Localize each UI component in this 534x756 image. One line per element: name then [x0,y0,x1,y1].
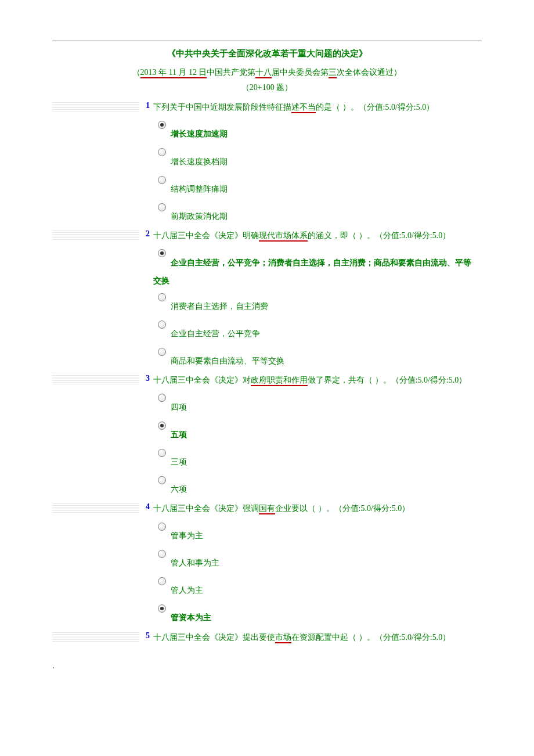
question-text: 十八届三中全会《决定》提出要使市场在资源配置中起（ ）。（分值:5.0/得分:5… [153,631,482,644]
question-text-part: 企业要以（ ）。 [275,504,334,513]
radio-button[interactable] [158,321,166,329]
question-number: 1 [139,101,153,110]
paren-open: （ [132,68,140,77]
radio-button[interactable] [158,476,166,484]
radio-button[interactable] [158,523,166,531]
question-row: 5十八届三中全会《决定》提出要使市场在资源配置中起（ ）。（分值:5.0/得分:… [52,631,482,644]
radio-button[interactable] [158,394,166,402]
option-row: 商品和要素自由流动、平等交换 [52,347,482,368]
radio-button[interactable] [158,176,166,184]
radio-button[interactable] [158,121,166,129]
radio-wrapper [153,603,171,613]
question-text-part: 的是（ ）。 [316,103,359,111]
hatch-decoration [52,632,139,642]
question-number: 4 [139,502,153,512]
page: 《中共中央关于全面深化改革若干重大问题的决定》 （2013 年 11 月 12 … [0,0,534,688]
option-row: 前期政策消化期 [52,202,482,224]
radio-wrapper [153,292,171,301]
question-text-part: 十八届三中全会《决定》提出要使 [153,633,275,642]
radio-wrapper [153,420,171,430]
option-row: 企业自主经营，公平竞争；消费者自主选择，自主消费；商品和要素自由流动、平等 [52,249,482,270]
subtitle-mid2: 届中央委员会第 [272,68,329,77]
option-text: 管资本为主 [171,603,482,625]
question-text-part: 在资源配置中起（ ）。 [291,633,375,642]
question-text: 十八届三中全会《决定》明确现代市场体系的涵义，即（ ）。（分值:5.0/得分:5… [153,229,482,242]
radio-wrapper [153,521,171,531]
option-text: 六项 [171,475,482,496]
doc-title: 《中共中央关于全面深化改革若干重大问题的决定》 [52,48,482,59]
option-text: 管事为主 [171,521,482,543]
score-tail: （分值:5.0/得分:5.0） [375,633,451,642]
top-rule [52,41,482,41]
question-text-part: 的涵义，即（ ）。 [308,231,375,240]
option-text-continuation: 交换 [153,276,482,286]
question-text-part: 十八届三中全会《决定》对 [153,376,251,384]
question-text-part: 述不当 [291,103,316,113]
option-text: 增长速度换档期 [171,147,482,169]
option-row: 增长速度加速期 [52,120,482,141]
option-text: 增长速度加速期 [171,120,482,141]
radio-button[interactable] [158,348,166,356]
radio-wrapper [153,120,171,129]
option-text: 消费者自主选择，自主消费 [171,292,482,314]
question-row: 3十八届三中全会《决定》对政府职责和作用做了界定，共有（ ）。（分值:5.0/得… [52,374,482,387]
option-text: 商品和要素自由流动、平等交换 [171,347,482,368]
question-text-part: 十八届三中全会《决定》明确 [153,231,259,240]
option-row: 五项 [52,420,482,442]
hatch-decoration [52,375,139,384]
hatch-decoration [52,102,139,111]
radio-wrapper [153,249,171,258]
radio-button[interactable] [158,203,166,211]
questions-container: 1下列关于中国中近期发展阶段性特征描述不当的是（ ）。（分值:5.0/得分:5.… [52,101,482,644]
doc-subtitle: （2013 年 11 月 12 日中国共产党第十八届中央委员会第三次全体会议通过… [52,67,482,78]
option-text: 四项 [171,393,482,415]
radio-button[interactable] [158,249,166,257]
option-row: 三项 [52,448,482,469]
option-text: 五项 [171,420,482,442]
option-row: 结构调整阵痛期 [52,175,482,196]
radio-button[interactable] [158,550,166,558]
radio-button[interactable] [158,577,166,585]
radio-button[interactable] [158,422,166,430]
option-row: 增长速度换档期 [52,147,482,169]
question-row: 1下列关于中国中近期发展阶段性特征描述不当的是（ ）。（分值:5.0/得分:5.… [52,101,482,114]
option-row: 四项 [52,393,482,415]
option-text: 企业自主经营，公平竞争；消费者自主选择，自主消费；商品和要素自由流动、平等 [171,249,482,270]
score-tail: （分值:5.0/得分:5.0） [391,376,467,384]
question-text-part: 十八届三中全会《决定》强调 [153,504,259,513]
score-tail: （分值:5.0/得分:5.0） [359,103,435,111]
option-row: 管资本为主 [52,603,482,625]
option-row: 管人为主 [52,576,482,597]
radio-button[interactable] [158,293,166,301]
radio-wrapper [153,147,171,157]
question-row: 4十八届三中全会《决定》强调国有企业要以（ ）。（分值:5.0/得分:5.0） [52,502,482,515]
radio-wrapper [153,576,171,585]
radio-wrapper [153,202,171,211]
question-number: 5 [139,631,153,640]
radio-wrapper [153,347,171,356]
subtitle-date: 2013 年 11 月 12 日 [140,68,207,78]
option-row: 消费者自主选择，自主消费 [52,292,482,314]
radio-button[interactable] [158,449,166,457]
radio-wrapper [153,393,171,402]
question-text: 十八届三中全会《决定》对政府职责和作用做了界定，共有（ ）。（分值:5.0/得分… [153,374,482,387]
hatch-decoration [52,503,139,513]
radio-wrapper [153,175,171,184]
subtitle-u1: 十八 [255,68,272,78]
question-text: 下列关于中国中近期发展阶段性特征描述不当的是（ ）。（分值:5.0/得分:5.0… [153,101,482,114]
radio-button[interactable] [158,604,166,613]
option-text: 管人为主 [171,576,482,597]
option-text: 管人和事为主 [171,549,482,570]
question-text-part: 做了界定，共有（ ）。 [308,376,391,384]
option-text: 三项 [171,448,482,469]
option-row: 管人和事为主 [52,549,482,570]
option-text: 结构调整阵痛期 [171,175,482,196]
radio-button[interactable] [158,148,166,156]
question-text-part: 现代市场体系 [259,231,308,242]
question-text-part: 下列关于中国中近期发展阶段性特征描 [153,103,291,111]
subtitle-u2: 三 [329,68,337,78]
question-row: 2十八届三中全会《决定》明确现代市场体系的涵义，即（ ）。（分值:5.0/得分:… [52,229,482,242]
option-row: 六项 [52,475,482,496]
radio-wrapper [153,475,171,484]
hatch-decoration [52,231,139,240]
